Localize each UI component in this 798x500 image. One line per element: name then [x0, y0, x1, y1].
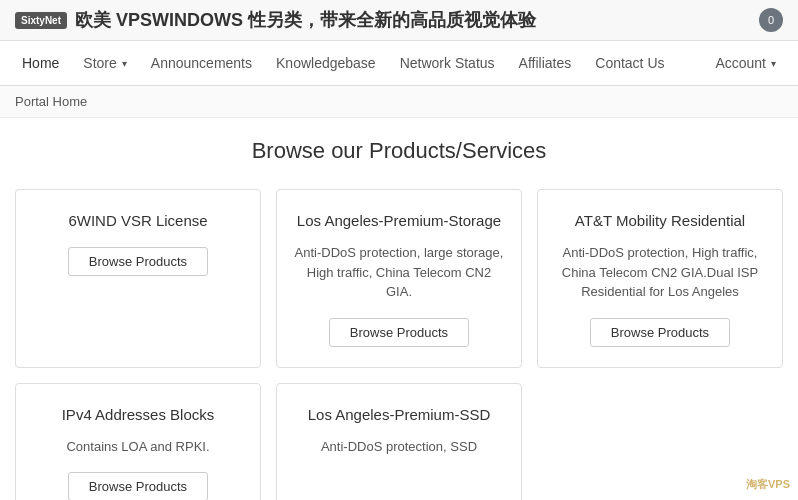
product-grid: 6WIND VSR License Browse Products Los An… — [15, 189, 783, 500]
product-desc-2: Anti-DDoS protection, High traffic, Chin… — [553, 243, 767, 302]
nav-account[interactable]: Account ▾ — [703, 41, 788, 85]
store-dropdown-arrow: ▾ — [122, 58, 127, 69]
cart-icon[interactable]: 0 — [759, 8, 783, 32]
nav-home[interactable]: Home — [10, 41, 71, 85]
browse-btn-0[interactable]: Browse Products — [68, 247, 208, 276]
product-card-4: Los Angeles-Premium-SSD Anti-DDoS protec… — [276, 383, 522, 501]
navbar: Home Store ▾ Announcements Knowledgebase… — [0, 41, 798, 86]
browse-btn-3[interactable]: Browse Products — [68, 472, 208, 500]
nav-network-status[interactable]: Network Status — [388, 41, 507, 85]
product-name-1: Los Angeles-Premium-Storage — [297, 210, 501, 231]
product-desc-1: Anti-DDoS protection, large storage, Hig… — [292, 243, 506, 302]
product-card-1: Los Angeles-Premium-Storage Anti-DDoS pr… — [276, 189, 522, 368]
logo-area: SixtyNet 欧美 VPSWINDOWS 性另类，带来全新的高品质视觉体验 — [15, 8, 536, 32]
product-card-3: IPv4 Addresses Blocks Contains LOA and R… — [15, 383, 261, 501]
banner-text: 欧美 VPSWINDOWS 性另类，带来全新的高品质视觉体验 — [75, 8, 536, 32]
browse-btn-1[interactable]: Browse Products — [329, 318, 469, 347]
nav-right: Account ▾ — [703, 41, 788, 85]
page-title: Browse our Products/Services — [15, 138, 783, 164]
browse-btn-2[interactable]: Browse Products — [590, 318, 730, 347]
product-name-2: AT&T Mobility Residential — [575, 210, 745, 231]
main-content: Browse our Products/Services 6WIND VSR L… — [0, 118, 798, 500]
product-card-2: AT&T Mobility Residential Anti-DDoS prot… — [537, 189, 783, 368]
nav-contact-us[interactable]: Contact Us — [583, 41, 676, 85]
logo-box: SixtyNet — [15, 12, 67, 29]
nav-left: Home Store ▾ Announcements Knowledgebase… — [10, 41, 677, 85]
product-name-0: 6WIND VSR License — [68, 210, 207, 231]
nav-announcements[interactable]: Announcements — [139, 41, 264, 85]
banner: SixtyNet 欧美 VPSWINDOWS 性另类，带来全新的高品质视觉体验 … — [0, 0, 798, 41]
product-desc-4: Anti-DDoS protection, SSD — [321, 437, 477, 457]
product-desc-3: Contains LOA and RPKI. — [66, 437, 209, 457]
breadcrumb: Portal Home — [0, 86, 798, 118]
nav-knowledgebase[interactable]: Knowledgebase — [264, 41, 388, 85]
watermark: 淘客VPS — [746, 477, 790, 492]
nav-store[interactable]: Store ▾ — [71, 41, 138, 85]
product-name-3: IPv4 Addresses Blocks — [62, 404, 215, 425]
product-name-4: Los Angeles-Premium-SSD — [308, 404, 491, 425]
account-dropdown-arrow: ▾ — [771, 58, 776, 69]
nav-affiliates[interactable]: Affiliates — [507, 41, 584, 85]
product-card-0: 6WIND VSR License Browse Products — [15, 189, 261, 368]
